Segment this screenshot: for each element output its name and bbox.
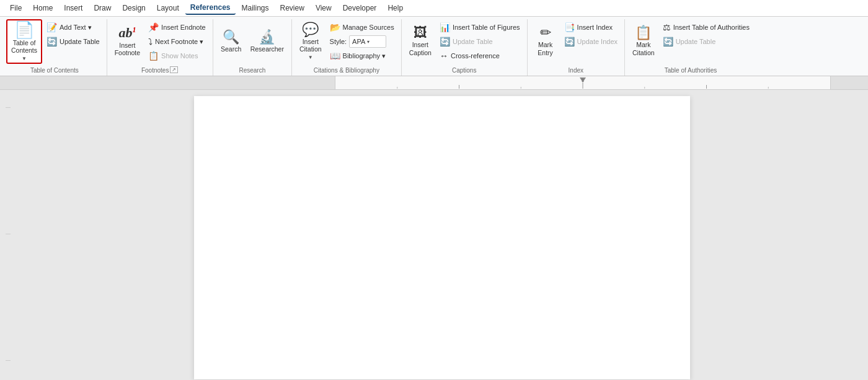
toc-group-label-row: Table of Contents [6,64,103,76]
style-arrow: ▾ [367,39,370,45]
research-group-label: Research [239,65,265,76]
add-text-icon: 📝 [46,22,57,32]
index-small-buttons: 📑 Insert Index 🔄 Update Index [561,19,621,48]
update-table-icon: 🔄 [46,37,57,46]
document-page[interactable] [194,96,690,379]
caption-icon: 🖼 [414,26,427,40]
margin-line-1 [6,107,11,108]
bibliography-icon: 📖 [330,51,340,61]
update-index-label: Update Index [577,38,618,45]
citations-group-label: Citations & Bibliography [314,65,379,76]
style-select[interactable]: APA ▾ [349,35,386,48]
mark-entry-icon: ✏ [540,26,551,40]
menu-references[interactable]: References [185,1,236,15]
insert-index-button[interactable]: 📑 Insert Index [561,20,621,34]
footnotes-expand-icon[interactable]: ↗ [170,66,178,73]
mark-entry-button[interactable]: ✏ MarkEntry [531,19,560,64]
footnotes-small-buttons: 📌 Insert Endnote ⤵ Next Footnote ▾ 📋 Sho… [145,19,209,63]
next-footnote-icon: ⤵ [148,37,153,46]
next-footnote-button[interactable]: ⤵ Next Footnote ▾ [145,35,209,48]
manage-sources-button[interactable]: 📂 Manage Sources [327,20,397,34]
add-text-button[interactable]: 📝 Add Text ▾ [43,20,103,34]
mark-entry-label: MarkEntry [538,41,553,56]
bibliography-label: Bibliography ▾ [343,52,386,60]
page-container [16,90,868,380]
group-footnotes: ab1 InsertFootnote 📌 Insert Endnote ⤵ Ne… [107,19,213,76]
update-table-captions-icon: 🔄 [440,37,450,46]
authorities-group-label: Table of Authorities [665,65,717,76]
insert-caption-button[interactable]: 🖼 InsertCaption [405,19,435,64]
menu-insert[interactable]: Insert [59,2,87,14]
mark-citation-button[interactable]: 📋 MarkCitation [629,19,658,64]
next-footnote-label: Next Footnote ▾ [155,38,203,46]
update-table-captions-label: Update Table [453,38,493,45]
citations-group-label-row: Citations & Bibliography [296,64,397,76]
group-footnotes-buttons: ab1 InsertFootnote 📌 Insert Endnote ⤵ Ne… [111,19,209,64]
captions-group-label-row: Captions [405,64,523,76]
update-table-button[interactable]: 🔄 Update Table [43,35,103,48]
update-table-authorities-button: 🔄 Update Table [660,35,753,48]
cross-reference-icon: ↔ [440,51,448,61]
style-value: APA [352,38,365,45]
insert-citation-button[interactable]: 💬 InsertCitation ▼ [296,19,326,64]
citation-icon: 💬 [302,23,319,37]
cross-reference-button[interactable]: ↔ Cross-reference [436,49,523,63]
content-area [0,90,868,380]
search-button[interactable]: 🔍 Search [217,19,246,64]
insert-endnote-button[interactable]: 📌 Insert Endnote [145,20,209,34]
footnote-label: InsertFootnote [115,42,140,57]
update-authorities-label: Update Table [676,38,716,45]
menu-home[interactable]: Home [28,2,58,14]
index-group-label: Index [569,65,583,76]
toc-small-buttons: 📝 Add Text ▾ 🔄 Update Table [43,19,103,48]
menu-layout[interactable]: Layout [152,2,184,14]
ruler: 1 [0,76,868,90]
caption-label: InsertCaption [409,41,432,56]
search-icon: 🔍 [223,30,239,44]
margin-line-3 [6,360,11,361]
insert-table-of-figures-button[interactable]: 📊 Insert Table of Figures [436,20,523,34]
table-of-figures-icon: 📊 [440,22,450,32]
menu-developer[interactable]: Developer [338,2,382,14]
research-group-label-row: Research [217,64,288,76]
toc-group-label: Table of Contents [30,65,79,76]
update-index-icon: 🔄 [564,37,575,46]
insert-footnote-button[interactable]: ab1 InsertFootnote [111,19,144,64]
group-captions-buttons: 🖼 InsertCaption 📊 Insert Table of Figure… [405,19,523,64]
manage-sources-icon: 📂 [330,22,340,32]
citation-arrow: ▼ [308,55,313,61]
group-toc-buttons: 📄 Table ofContents ▼ 📝 Add Text ▾ 🔄 Upda… [6,19,103,64]
captions-small-buttons: 📊 Insert Table of Figures 🔄 Update Table… [436,19,523,63]
update-authorities-icon: 🔄 [663,37,673,46]
update-table-label: Update Table [60,38,100,45]
ribbon-groups: 📄 Table ofContents ▼ 📝 Add Text ▾ 🔄 Upda… [0,19,868,76]
menu-view[interactable]: View [311,2,337,14]
menu-draw[interactable]: Draw [89,2,116,14]
captions-group-label: Captions [452,65,476,76]
group-index: ✏ MarkEntry 📑 Insert Index 🔄 Update Inde… [528,19,625,76]
authorities-group-label-row: Table of Authorities [629,64,753,76]
add-text-label: Add Text ▾ [60,24,92,32]
bibliography-button[interactable]: 📖 Bibliography ▾ [327,49,397,63]
menu-review[interactable]: Review [275,2,309,14]
researcher-button[interactable]: 🔬 Researcher [247,19,288,64]
menu-help[interactable]: Help [383,2,408,14]
endnote-label: Insert Endnote [161,24,206,31]
search-label: Search [221,45,241,53]
table-of-contents-button[interactable]: 📄 Table ofContents ▼ [6,19,42,64]
ruler-svg: 1 [335,76,830,90]
menu-design[interactable]: Design [117,2,150,14]
menu-mailings[interactable]: Mailings [237,2,274,14]
toc-label: Table ofContents [11,39,37,55]
menu-file[interactable]: File [5,2,27,14]
group-index-buttons: ✏ MarkEntry 📑 Insert Index 🔄 Update Inde… [531,19,621,64]
insert-table-authorities-button[interactable]: ⚖ Insert Table of Authorities [660,20,753,34]
style-text-label: Style: [330,38,347,45]
mark-citation-icon: 📋 [635,26,652,40]
insert-authorities-icon: ⚖ [663,22,671,32]
authorities-small-buttons: ⚖ Insert Table of Authorities 🔄 Update T… [660,19,753,48]
endnote-icon: 📌 [148,22,159,32]
margin-mark-3 [6,360,11,361]
researcher-icon: 🔬 [259,30,275,44]
show-notes-icon: 📋 [148,51,159,61]
